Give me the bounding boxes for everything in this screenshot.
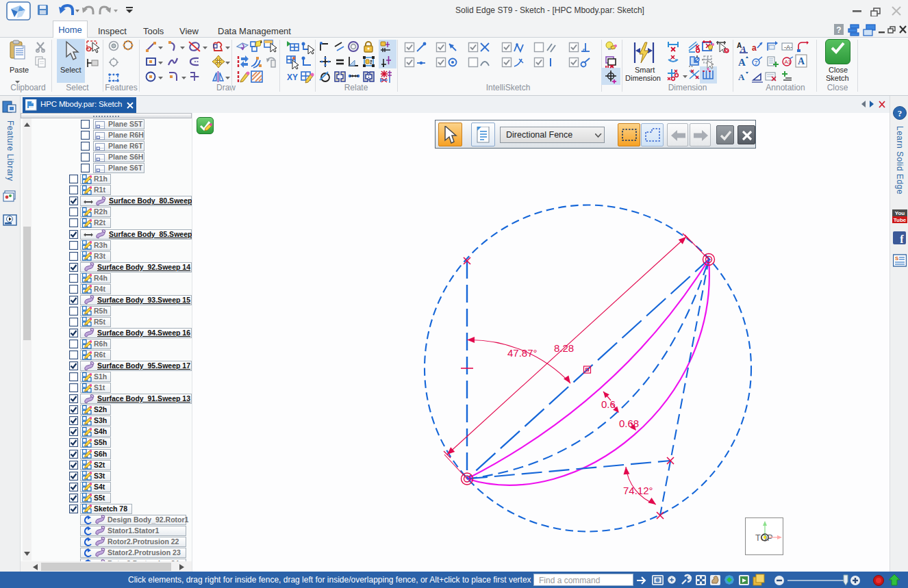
svg-text:Tube: Tube bbox=[894, 217, 907, 223]
svg-text:You: You bbox=[895, 210, 905, 216]
svg-text:f: f bbox=[900, 233, 904, 245]
svg-text:8.28: 8.28 bbox=[554, 342, 574, 354]
svg-text:S: S bbox=[895, 255, 899, 261]
svg-text:47.87°: 47.87° bbox=[507, 347, 538, 359]
svg-text:A: A bbox=[738, 57, 746, 68]
svg-text:A: A bbox=[738, 72, 745, 82]
svg-text:7: 7 bbox=[755, 60, 758, 66]
svg-text:A: A bbox=[798, 56, 805, 66]
svg-text:a: a bbox=[752, 43, 757, 53]
svg-text:0.6: 0.6 bbox=[601, 398, 616, 410]
svg-text:A1: A1 bbox=[785, 59, 792, 65]
svg-text:XY: XY bbox=[287, 73, 298, 82]
svg-text:?: ? bbox=[836, 25, 841, 35]
svg-text:0.68: 0.68 bbox=[619, 418, 639, 429]
svg-text:74.12°: 74.12° bbox=[623, 485, 653, 496]
svg-text:?: ? bbox=[898, 108, 903, 118]
svg-text:-A-: -A- bbox=[784, 44, 792, 51]
